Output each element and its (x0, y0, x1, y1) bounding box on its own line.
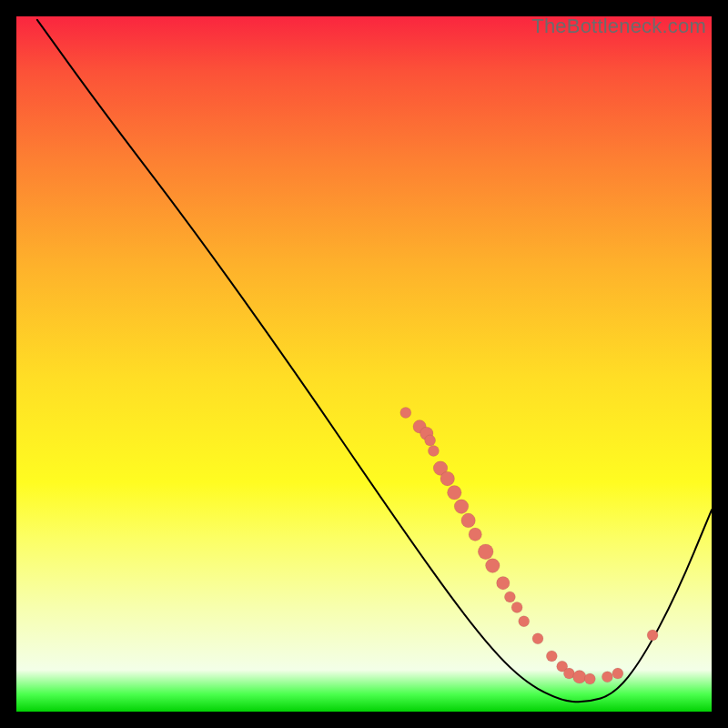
data-point (448, 486, 462, 500)
data-point (486, 559, 500, 573)
data-point (532, 633, 543, 644)
bottleneck-curve (37, 20, 712, 702)
data-point (478, 544, 493, 560)
data-points-group (400, 408, 658, 685)
data-point (425, 435, 436, 446)
data-point (497, 577, 510, 590)
chart-svg (16, 16, 712, 712)
data-point (546, 651, 557, 662)
chart-area: TheBottleneck.com (16, 16, 712, 712)
data-point (400, 408, 411, 419)
data-point (440, 471, 455, 486)
data-point (454, 500, 469, 514)
data-point (647, 630, 658, 641)
data-point (504, 592, 515, 602)
data-point (511, 602, 522, 612)
data-point (602, 672, 612, 682)
data-point (612, 668, 623, 679)
data-point (461, 513, 476, 528)
data-point (584, 673, 595, 684)
data-point (573, 671, 586, 683)
data-point (519, 616, 530, 627)
data-point (469, 528, 481, 541)
data-point (428, 446, 439, 457)
